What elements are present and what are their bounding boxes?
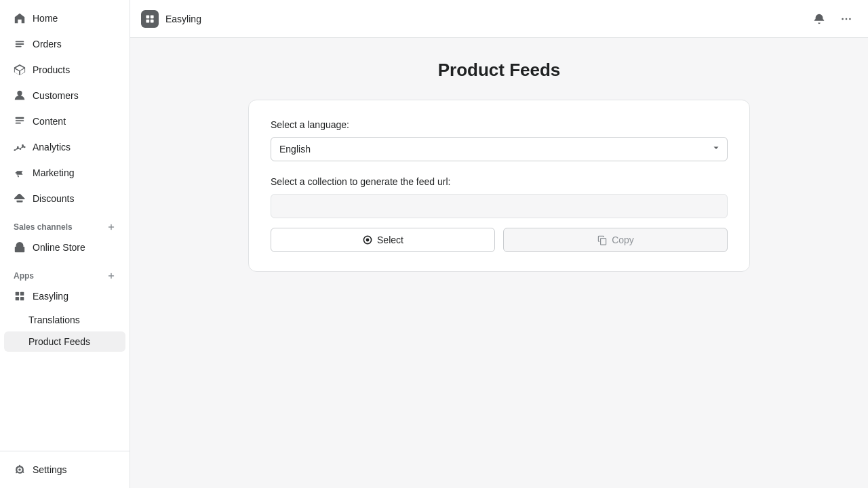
svg-rect-13: [16, 292, 19, 296]
svg-rect-26: [601, 239, 606, 245]
marketing-icon: [14, 167, 26, 179]
svg-rect-14: [20, 292, 24, 296]
svg-rect-0: [16, 41, 24, 43]
settings-icon: [14, 464, 26, 476]
bell-icon: [813, 13, 825, 25]
copy-button[interactable]: Copy: [503, 228, 728, 252]
svg-rect-16: [20, 297, 24, 300]
products-icon: [14, 64, 26, 76]
svg-rect-19: [146, 19, 149, 22]
copy-icon: [597, 235, 608, 245]
sidebar-bottom: Settings: [0, 451, 130, 483]
sidebar-item-home[interactable]: Home: [4, 6, 125, 30]
svg-rect-17: [146, 15, 149, 18]
add-icon[interactable]: [106, 222, 116, 232]
language-select-wrapper: English German French Spanish: [271, 137, 728, 161]
customers-icon: [14, 89, 26, 102]
more-options-button[interactable]: [835, 8, 857, 30]
svg-rect-2: [16, 46, 22, 47]
store-icon: [14, 241, 26, 253]
orders-icon: [14, 38, 26, 50]
svg-point-8: [17, 146, 19, 148]
sales-channels-section: Sales channels: [4, 216, 125, 235]
select-icon: [362, 235, 373, 245]
apps-section: Apps: [4, 264, 125, 283]
svg-point-25: [366, 239, 370, 242]
svg-rect-15: [16, 297, 19, 300]
sidebar-item-content[interactable]: Content: [4, 109, 125, 134]
notification-button[interactable]: [808, 8, 830, 30]
sidebar-item-products[interactable]: Products: [4, 58, 125, 82]
easyling-icon: [14, 290, 26, 302]
sidebar-item-customers[interactable]: Customers: [4, 83, 125, 108]
sidebar-item-settings[interactable]: Settings: [4, 458, 125, 482]
svg-point-3: [17, 91, 22, 96]
svg-rect-5: [16, 120, 24, 121]
main-content: Easyling Product Feeds Select a language…: [130, 0, 868, 488]
page-content: Product Feeds Select a language: English…: [130, 38, 868, 488]
svg-point-21: [842, 18, 844, 20]
svg-point-7: [14, 149, 16, 151]
svg-rect-1: [16, 43, 24, 45]
svg-point-22: [846, 18, 848, 20]
svg-point-23: [849, 18, 851, 20]
home-icon: [14, 12, 26, 24]
product-feeds-card: Select a language: English German French…: [248, 100, 750, 272]
page-title: Product Feeds: [152, 60, 846, 81]
svg-point-10: [22, 144, 24, 146]
svg-point-11: [24, 146, 26, 148]
sidebar-sub-item-translations[interactable]: Translations: [4, 310, 125, 330]
apps-add-icon[interactable]: [106, 271, 116, 281]
svg-rect-4: [16, 117, 24, 119]
collection-label: Select a collection to generate the feed…: [271, 176, 728, 187]
sidebar: Home Orders Products Customers Content A…: [0, 0, 130, 488]
card-actions: Select Copy: [271, 228, 728, 252]
svg-point-9: [20, 148, 22, 150]
sidebar-item-easyling[interactable]: Easyling: [4, 284, 125, 308]
sidebar-item-marketing[interactable]: Marketing: [4, 161, 125, 185]
app-icon: [141, 10, 159, 28]
svg-rect-12: [15, 247, 24, 252]
ellipsis-icon: [840, 13, 852, 25]
select-button[interactable]: Select: [271, 228, 495, 252]
sidebar-item-online-store[interactable]: Online Store: [4, 235, 125, 260]
svg-rect-6: [16, 123, 21, 124]
discounts-icon: [14, 192, 26, 205]
sidebar-item-discounts[interactable]: Discounts: [4, 186, 125, 211]
sidebar-sub-item-product-feeds[interactable]: Product Feeds: [4, 331, 125, 352]
topbar-app-name: Easyling: [165, 14, 201, 24]
sidebar-item-orders[interactable]: Orders: [4, 32, 125, 56]
language-label: Select a language:: [271, 119, 728, 130]
analytics-icon: [14, 141, 26, 153]
content-icon: [14, 115, 26, 127]
sidebar-item-analytics[interactable]: Analytics: [4, 135, 125, 159]
svg-rect-20: [151, 19, 154, 22]
topbar: Easyling: [130, 0, 868, 38]
feed-url-input[interactable]: [271, 194, 728, 218]
topbar-actions: [808, 8, 857, 30]
language-select[interactable]: English German French Spanish: [271, 137, 728, 161]
svg-rect-18: [151, 15, 154, 18]
